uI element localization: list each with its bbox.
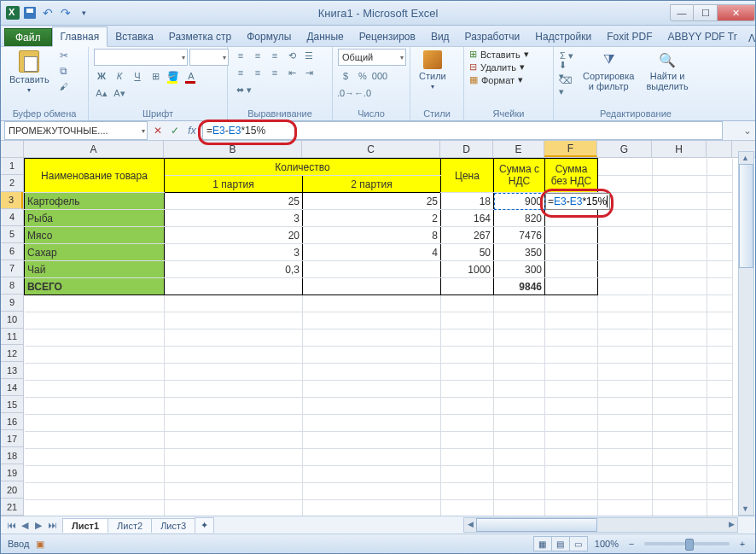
grow-font-button[interactable]: A▴ (94, 86, 109, 100)
cell-E15[interactable] (494, 398, 545, 415)
new-sheet-button[interactable]: ✦ (195, 517, 214, 533)
cell-A11[interactable] (25, 329, 165, 347)
cell-D9[interactable] (441, 295, 494, 312)
align-center-button[interactable]: ≡ (250, 66, 265, 79)
vscroll-thumb[interactable] (739, 164, 753, 268)
cell-E1[interactable]: Сумма с НДС (494, 159, 545, 193)
hscroll-thumb[interactable] (476, 518, 597, 532)
col-header-A[interactable]: A (24, 141, 164, 157)
name-box[interactable]: ПРОМЕЖУТОЧНЫЕ....▾ (4, 121, 148, 140)
cell-H17[interactable] (653, 432, 707, 449)
cell-A1[interactable]: Наименование товара (25, 159, 165, 193)
tab-page-layout[interactable]: Разметка стр (161, 27, 239, 46)
cell-E7[interactable]: 300 (494, 261, 545, 278)
row-header-9[interactable]: 9 (1, 294, 23, 312)
select-all-corner[interactable] (1, 141, 24, 158)
macro-record-icon[interactable]: ▣ (36, 539, 44, 550)
cell-A9[interactable] (25, 295, 165, 312)
delete-cells-button[interactable]: ⊟Удалить ▾ (469, 61, 525, 73)
cell-G13[interactable] (598, 364, 653, 381)
cell-C12[interactable] (303, 347, 441, 364)
cell-A14[interactable] (25, 381, 165, 398)
percent-button[interactable]: % (355, 69, 370, 83)
cell-B14[interactable] (165, 381, 303, 398)
col-header-B[interactable]: B (164, 141, 302, 157)
cell-A16[interactable] (25, 415, 165, 432)
copy-button[interactable] (56, 64, 72, 78)
cell-E17[interactable] (494, 432, 545, 449)
cell-G17[interactable] (598, 432, 653, 449)
cell-G16[interactable] (598, 415, 653, 432)
border-button[interactable]: ⊞ (148, 69, 163, 83)
cell-A13[interactable] (25, 364, 165, 381)
cell-D8[interactable] (441, 278, 494, 295)
cell-G20[interactable] (598, 483, 653, 500)
comma-button[interactable]: 000 (372, 69, 387, 83)
col-header-G[interactable]: G (597, 141, 652, 157)
tab-review[interactable]: Рецензиров (352, 27, 423, 46)
cell-C15[interactable] (303, 398, 441, 415)
cell-A8[interactable]: ВСЕГО (25, 278, 165, 295)
cell-B5[interactable]: 20 (165, 227, 303, 244)
sheet-tab-1[interactable]: Лист1 (62, 518, 108, 533)
cell-A19[interactable] (25, 466, 165, 483)
cell-C21[interactable] (303, 500, 441, 516)
col-header-E[interactable]: E (493, 141, 544, 157)
cell-D21[interactable] (441, 500, 494, 516)
cell-D3[interactable]: 18 (441, 193, 494, 210)
insert-cells-button[interactable]: ⊞Вставить ▾ (469, 49, 529, 60)
cell-C19[interactable] (303, 466, 441, 483)
row-header-4[interactable]: 4 (1, 209, 23, 226)
cell-B1[interactable]: Количество (165, 159, 441, 176)
cell-A3[interactable]: Картофель (25, 193, 165, 210)
cells-table[interactable]: Наименование товара Количество Цена Сумм… (24, 158, 733, 516)
zoom-knob[interactable] (685, 539, 694, 551)
tab-foxit[interactable]: Foxit PDF (599, 27, 660, 46)
row-header-12[interactable]: 12 (1, 345, 23, 362)
zoom-level[interactable]: 100% (595, 539, 619, 549)
cell-E13[interactable] (494, 364, 545, 381)
sort-filter-button[interactable]: ⧩ Сортировка и фильтр (579, 49, 637, 93)
align-middle-button[interactable]: ≡ (250, 49, 265, 62)
cell-E9[interactable] (494, 295, 545, 312)
cell-C16[interactable] (303, 415, 441, 432)
expand-formula-bar-button[interactable]: ⌄ (740, 125, 755, 137)
cell-F14[interactable] (545, 381, 598, 398)
clear-button[interactable]: ⌫ ▾ (559, 79, 574, 93)
row-header-14[interactable]: 14 (1, 379, 23, 396)
cell-E11[interactable] (494, 329, 545, 347)
orientation-button[interactable]: ⟲ (284, 49, 299, 62)
scroll-right-button[interactable]: ▶ (725, 518, 737, 530)
row-header-21[interactable]: 21 (1, 499, 23, 516)
cell-C3[interactable]: 25 (303, 193, 441, 210)
cell-F10[interactable] (545, 312, 598, 329)
cell-D13[interactable] (441, 364, 494, 381)
cell-C4[interactable]: 2 (303, 210, 441, 227)
cell-F6[interactable] (545, 244, 598, 261)
cell-G9[interactable] (598, 295, 653, 312)
styles-button[interactable]: Стили ▾ (416, 49, 450, 92)
cell-G10[interactable] (598, 312, 653, 329)
cell-C17[interactable] (303, 432, 441, 449)
cell-A20[interactable] (25, 483, 165, 500)
cell-H15[interactable] (653, 398, 707, 415)
fill-color-button[interactable]: 🪣 (166, 69, 181, 83)
cell-C9[interactable] (303, 295, 441, 312)
cell-F5[interactable] (545, 227, 598, 244)
cell-E4[interactable]: 820 (494, 210, 545, 227)
cell-H18[interactable] (653, 449, 707, 466)
cell-G19[interactable] (598, 466, 653, 483)
cell-B16[interactable] (165, 415, 303, 432)
cell-G15[interactable] (598, 398, 653, 415)
cell-C14[interactable] (303, 381, 441, 398)
cell-D18[interactable] (441, 449, 494, 466)
cell-B9[interactable] (165, 295, 303, 312)
cell-E5[interactable]: 7476 (494, 227, 545, 244)
cell-G18[interactable] (598, 449, 653, 466)
cell-C7[interactable] (303, 261, 441, 278)
col-header-C[interactable]: C (302, 141, 440, 157)
sheet-tab-3[interactable]: Лист3 (151, 518, 195, 533)
normal-view-button[interactable]: ▦ (533, 536, 552, 551)
cell-G21[interactable] (598, 500, 653, 516)
cell-A6[interactable]: Сахар (25, 244, 165, 261)
